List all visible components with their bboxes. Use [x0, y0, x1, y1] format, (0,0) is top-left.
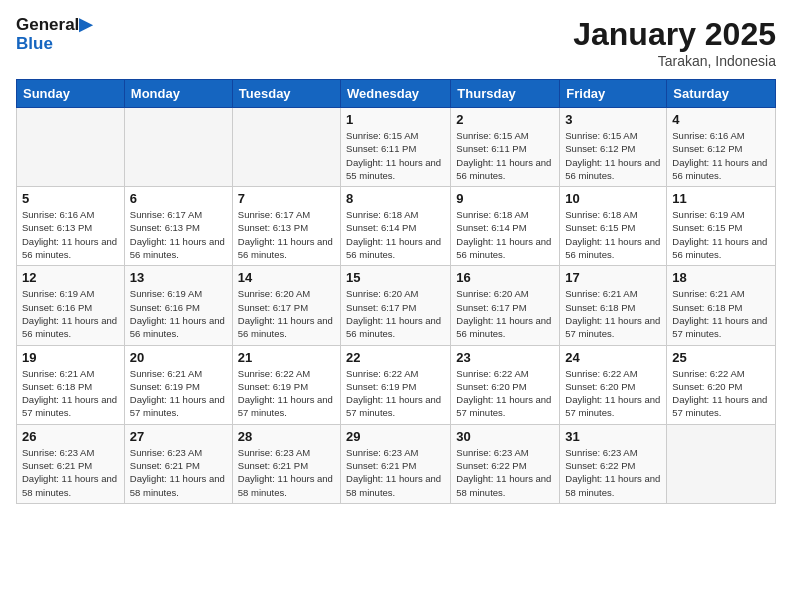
calendar-cell: 22Sunrise: 6:22 AM Sunset: 6:19 PM Dayli…: [341, 345, 451, 424]
calendar-cell: 1Sunrise: 6:15 AM Sunset: 6:11 PM Daylig…: [341, 108, 451, 187]
day-info: Sunrise: 6:22 AM Sunset: 6:19 PM Dayligh…: [346, 367, 445, 420]
calendar-cell: 3Sunrise: 6:15 AM Sunset: 6:12 PM Daylig…: [560, 108, 667, 187]
day-info: Sunrise: 6:23 AM Sunset: 6:21 PM Dayligh…: [346, 446, 445, 499]
calendar-table: SundayMondayTuesdayWednesdayThursdayFrid…: [16, 79, 776, 504]
day-info: Sunrise: 6:22 AM Sunset: 6:20 PM Dayligh…: [456, 367, 554, 420]
calendar-cell: [124, 108, 232, 187]
day-info: Sunrise: 6:17 AM Sunset: 6:13 PM Dayligh…: [238, 208, 335, 261]
day-number: 18: [672, 270, 770, 285]
calendar-week-row: 12Sunrise: 6:19 AM Sunset: 6:16 PM Dayli…: [17, 266, 776, 345]
day-info: Sunrise: 6:15 AM Sunset: 6:11 PM Dayligh…: [456, 129, 554, 182]
day-info: Sunrise: 6:15 AM Sunset: 6:12 PM Dayligh…: [565, 129, 661, 182]
calendar-cell: 29Sunrise: 6:23 AM Sunset: 6:21 PM Dayli…: [341, 424, 451, 503]
calendar-cell: [232, 108, 340, 187]
day-info: Sunrise: 6:22 AM Sunset: 6:20 PM Dayligh…: [565, 367, 661, 420]
day-info: Sunrise: 6:19 AM Sunset: 6:16 PM Dayligh…: [130, 287, 227, 340]
day-number: 1: [346, 112, 445, 127]
day-number: 26: [22, 429, 119, 444]
location-subtitle: Tarakan, Indonesia: [573, 53, 776, 69]
month-title: January 2025: [573, 16, 776, 53]
day-info: Sunrise: 6:22 AM Sunset: 6:20 PM Dayligh…: [672, 367, 770, 420]
day-info: Sunrise: 6:18 AM Sunset: 6:15 PM Dayligh…: [565, 208, 661, 261]
day-number: 14: [238, 270, 335, 285]
calendar-cell: 6Sunrise: 6:17 AM Sunset: 6:13 PM Daylig…: [124, 187, 232, 266]
day-number: 11: [672, 191, 770, 206]
calendar-week-row: 1Sunrise: 6:15 AM Sunset: 6:11 PM Daylig…: [17, 108, 776, 187]
weekday-header: Friday: [560, 80, 667, 108]
day-info: Sunrise: 6:16 AM Sunset: 6:12 PM Dayligh…: [672, 129, 770, 182]
calendar-cell: 20Sunrise: 6:21 AM Sunset: 6:19 PM Dayli…: [124, 345, 232, 424]
day-info: Sunrise: 6:21 AM Sunset: 6:19 PM Dayligh…: [130, 367, 227, 420]
day-info: Sunrise: 6:18 AM Sunset: 6:14 PM Dayligh…: [346, 208, 445, 261]
day-info: Sunrise: 6:20 AM Sunset: 6:17 PM Dayligh…: [346, 287, 445, 340]
calendar-cell: 28Sunrise: 6:23 AM Sunset: 6:21 PM Dayli…: [232, 424, 340, 503]
day-info: Sunrise: 6:21 AM Sunset: 6:18 PM Dayligh…: [672, 287, 770, 340]
title-block: January 2025 Tarakan, Indonesia: [573, 16, 776, 69]
day-number: 7: [238, 191, 335, 206]
calendar-week-row: 19Sunrise: 6:21 AM Sunset: 6:18 PM Dayli…: [17, 345, 776, 424]
calendar-cell: 5Sunrise: 6:16 AM Sunset: 6:13 PM Daylig…: [17, 187, 125, 266]
day-info: Sunrise: 6:19 AM Sunset: 6:16 PM Dayligh…: [22, 287, 119, 340]
calendar-cell: [17, 108, 125, 187]
calendar-week-row: 26Sunrise: 6:23 AM Sunset: 6:21 PM Dayli…: [17, 424, 776, 503]
weekday-header: Saturday: [667, 80, 776, 108]
day-info: Sunrise: 6:21 AM Sunset: 6:18 PM Dayligh…: [22, 367, 119, 420]
calendar-cell: 21Sunrise: 6:22 AM Sunset: 6:19 PM Dayli…: [232, 345, 340, 424]
day-number: 4: [672, 112, 770, 127]
day-number: 30: [456, 429, 554, 444]
day-info: Sunrise: 6:22 AM Sunset: 6:19 PM Dayligh…: [238, 367, 335, 420]
calendar-cell: 12Sunrise: 6:19 AM Sunset: 6:16 PM Dayli…: [17, 266, 125, 345]
day-number: 20: [130, 350, 227, 365]
weekday-header: Sunday: [17, 80, 125, 108]
calendar-cell: 11Sunrise: 6:19 AM Sunset: 6:15 PM Dayli…: [667, 187, 776, 266]
day-number: 16: [456, 270, 554, 285]
day-info: Sunrise: 6:23 AM Sunset: 6:21 PM Dayligh…: [130, 446, 227, 499]
day-number: 31: [565, 429, 661, 444]
day-info: Sunrise: 6:19 AM Sunset: 6:15 PM Dayligh…: [672, 208, 770, 261]
calendar-cell: 19Sunrise: 6:21 AM Sunset: 6:18 PM Dayli…: [17, 345, 125, 424]
weekday-header-row: SundayMondayTuesdayWednesdayThursdayFrid…: [17, 80, 776, 108]
day-number: 23: [456, 350, 554, 365]
calendar-cell: 4Sunrise: 6:16 AM Sunset: 6:12 PM Daylig…: [667, 108, 776, 187]
day-number: 13: [130, 270, 227, 285]
day-number: 17: [565, 270, 661, 285]
day-info: Sunrise: 6:21 AM Sunset: 6:18 PM Dayligh…: [565, 287, 661, 340]
day-info: Sunrise: 6:23 AM Sunset: 6:22 PM Dayligh…: [456, 446, 554, 499]
logo: General▶ Blue: [16, 16, 92, 53]
calendar-cell: 30Sunrise: 6:23 AM Sunset: 6:22 PM Dayli…: [451, 424, 560, 503]
calendar-cell: 7Sunrise: 6:17 AM Sunset: 6:13 PM Daylig…: [232, 187, 340, 266]
calendar-cell: 2Sunrise: 6:15 AM Sunset: 6:11 PM Daylig…: [451, 108, 560, 187]
day-number: 8: [346, 191, 445, 206]
day-number: 25: [672, 350, 770, 365]
calendar-cell: 8Sunrise: 6:18 AM Sunset: 6:14 PM Daylig…: [341, 187, 451, 266]
calendar-cell: 14Sunrise: 6:20 AM Sunset: 6:17 PM Dayli…: [232, 266, 340, 345]
day-number: 24: [565, 350, 661, 365]
day-number: 28: [238, 429, 335, 444]
logo-wordmark: General▶ Blue: [16, 16, 92, 53]
calendar-cell: 26Sunrise: 6:23 AM Sunset: 6:21 PM Dayli…: [17, 424, 125, 503]
calendar-week-row: 5Sunrise: 6:16 AM Sunset: 6:13 PM Daylig…: [17, 187, 776, 266]
day-number: 19: [22, 350, 119, 365]
calendar-cell: [667, 424, 776, 503]
day-info: Sunrise: 6:23 AM Sunset: 6:21 PM Dayligh…: [22, 446, 119, 499]
calendar-cell: 15Sunrise: 6:20 AM Sunset: 6:17 PM Dayli…: [341, 266, 451, 345]
day-info: Sunrise: 6:18 AM Sunset: 6:14 PM Dayligh…: [456, 208, 554, 261]
calendar-cell: 25Sunrise: 6:22 AM Sunset: 6:20 PM Dayli…: [667, 345, 776, 424]
calendar-cell: 31Sunrise: 6:23 AM Sunset: 6:22 PM Dayli…: [560, 424, 667, 503]
calendar-cell: 24Sunrise: 6:22 AM Sunset: 6:20 PM Dayli…: [560, 345, 667, 424]
day-info: Sunrise: 6:23 AM Sunset: 6:21 PM Dayligh…: [238, 446, 335, 499]
calendar-cell: 23Sunrise: 6:22 AM Sunset: 6:20 PM Dayli…: [451, 345, 560, 424]
day-number: 9: [456, 191, 554, 206]
calendar-cell: 9Sunrise: 6:18 AM Sunset: 6:14 PM Daylig…: [451, 187, 560, 266]
day-info: Sunrise: 6:17 AM Sunset: 6:13 PM Dayligh…: [130, 208, 227, 261]
calendar-cell: 18Sunrise: 6:21 AM Sunset: 6:18 PM Dayli…: [667, 266, 776, 345]
day-number: 29: [346, 429, 445, 444]
calendar-cell: 16Sunrise: 6:20 AM Sunset: 6:17 PM Dayli…: [451, 266, 560, 345]
day-number: 21: [238, 350, 335, 365]
calendar-cell: 17Sunrise: 6:21 AM Sunset: 6:18 PM Dayli…: [560, 266, 667, 345]
calendar-cell: 27Sunrise: 6:23 AM Sunset: 6:21 PM Dayli…: [124, 424, 232, 503]
day-number: 5: [22, 191, 119, 206]
day-number: 27: [130, 429, 227, 444]
day-number: 22: [346, 350, 445, 365]
day-number: 12: [22, 270, 119, 285]
